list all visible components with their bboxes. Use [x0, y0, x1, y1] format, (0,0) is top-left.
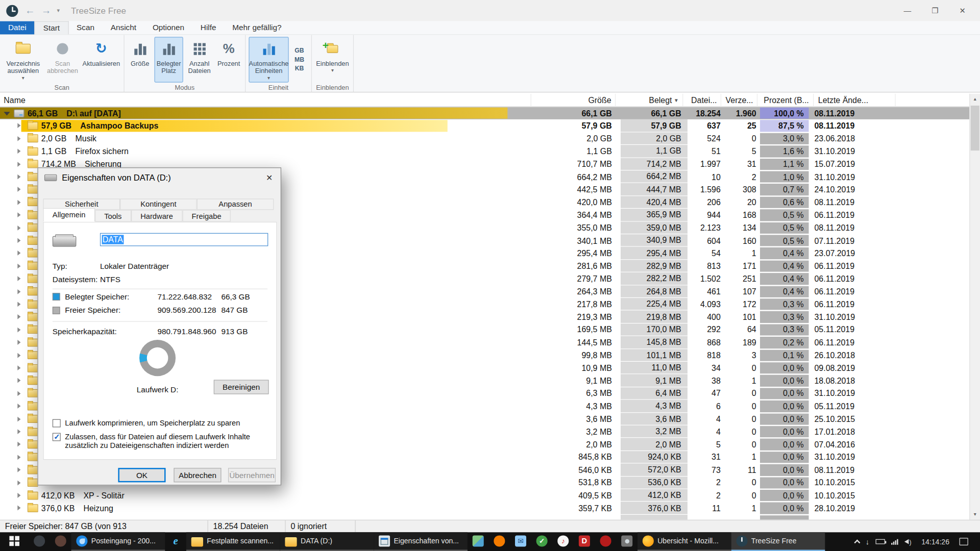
compress-checkbox-label[interactable]: Laufwerk komprimieren, um Speicherplatz … — [65, 419, 271, 428]
ribbon-button-belegter-platz[interactable]: Belegter Platz — [154, 37, 183, 82]
volume-icon[interactable]: ) — [904, 538, 912, 545]
taskbar-button-pinned-app-2[interactable] — [50, 532, 71, 551]
expander-icon[interactable] — [4, 112, 10, 115]
ribbon-button-prozent[interactable]: %Prozent — [215, 37, 241, 82]
back-arrow-icon[interactable]: ← — [25, 6, 35, 16]
table-row[interactable]: 66,1 GBD:\ auf [DATA]66,1 GB66,1 GB18.25… — [0, 107, 969, 119]
expander-icon[interactable] — [17, 251, 20, 256]
menu-tab-datei[interactable]: Datei — [0, 21, 35, 35]
scroll-up-icon[interactable]: ▲ — [970, 94, 980, 105]
expander-icon[interactable] — [17, 213, 20, 218]
menu-tab-scan[interactable]: Scan — [68, 21, 103, 35]
ok-button[interactable]: OK — [118, 468, 165, 482]
expander-icon[interactable] — [17, 238, 20, 243]
taskbar-button-start[interactable] — [0, 532, 29, 551]
expander-icon[interactable] — [17, 162, 20, 167]
column-header-name[interactable]: Name — [0, 94, 531, 106]
taskbar-button-explorer-data-d[interactable]: DATA (D:) — [280, 532, 374, 551]
ribbon-button-einblenden[interactable]: +Einblenden▾ — [315, 37, 350, 82]
column-header-letzte-ände[interactable]: Letzte Ände... — [815, 94, 896, 106]
expander-icon[interactable] — [17, 378, 20, 383]
dialog-title-bar[interactable]: Eigenschaften von DATA (D:) — [38, 168, 281, 187]
vertical-scrollbar[interactable]: ▲ ▼ — [969, 94, 980, 520]
cancel-button[interactable]: Abbrechen — [174, 468, 221, 482]
expander-icon[interactable] — [17, 276, 20, 281]
column-header-größe[interactable]: Größe — [531, 94, 616, 106]
minimize-button[interactable]: — — [894, 2, 921, 19]
column-header-belegt[interactable]: Belegt▼ — [621, 94, 683, 106]
volume-label-input[interactable]: DATA — [100, 233, 268, 246]
expander-icon[interactable] — [17, 455, 20, 460]
taskbar-button-antivirus-app[interactable] — [531, 532, 553, 551]
menu-tab-ansicht[interactable]: Ansicht — [103, 21, 144, 35]
dialog-tab-hardware[interactable]: Hardware — [131, 210, 182, 221]
expander-icon[interactable] — [17, 187, 20, 192]
network-icon[interactable] — [891, 539, 898, 544]
expander-icon[interactable] — [17, 123, 20, 129]
unit-button-kb[interactable]: KB — [292, 64, 307, 73]
table-row[interactable]: 412,0 KBXP - Solitär409,5 KB412,0 KB200,… — [0, 489, 969, 502]
table-row[interactable]: 57,9 GBAshampoo Backups57,9 GB57,9 GB637… — [0, 119, 969, 132]
expander-icon[interactable] — [17, 391, 20, 396]
column-header-verze[interactable]: Verze... — [724, 94, 757, 106]
taskbar-clock[interactable]: 14:14:26 — [918, 538, 953, 545]
quick-access-caret-icon[interactable]: ▾ — [57, 8, 60, 14]
tray-download-icon[interactable]: ↓ — [866, 537, 869, 546]
table-row[interactable]: 2,0 GBMusik2,0 GB2,0 GB52403,0 %23.06.20… — [0, 132, 969, 145]
expander-icon[interactable] — [17, 327, 20, 332]
ribbon-button-aktualisieren[interactable]: ↻Aktualisieren — [82, 37, 120, 82]
menu-tab-start[interactable]: Start — [35, 21, 69, 35]
taskbar-button-scan-window[interactable]: Festplatte scannen... — [186, 532, 280, 551]
expander-icon[interactable] — [17, 200, 20, 205]
notification-center-icon[interactable] — [960, 538, 968, 545]
cleanup-button[interactable]: Bereinigen — [214, 380, 269, 394]
expander-icon[interactable] — [17, 289, 20, 294]
dialog-tab-anpassen[interactable]: Anpassen — [197, 198, 274, 210]
taskbar-button-photos-app[interactable] — [489, 532, 510, 551]
dialog-tab-freigabe[interactable]: Freigabe — [182, 210, 231, 221]
ribbon-button-automatische-einheiten[interactable]: Automatische Einheiten▾ — [249, 37, 288, 82]
expander-icon[interactable] — [17, 480, 20, 485]
expander-icon[interactable] — [17, 314, 20, 319]
ribbon-button-anzahl-dateien[interactable]: Anzahl Dateien — [185, 37, 213, 82]
taskbar-button-media-app[interactable] — [552, 532, 574, 551]
expander-icon[interactable] — [17, 263, 20, 268]
taskbar-button-firefox-window[interactable]: Übersicht - Mozill... — [638, 532, 731, 551]
expander-icon[interactable] — [17, 302, 20, 307]
taskbar-button-treesize-window[interactable]: TreeSize Free — [731, 532, 825, 551]
expander-icon[interactable] — [17, 353, 20, 358]
taskbar-button-internet-explorer[interactable] — [165, 532, 186, 551]
column-header-prozent-b[interactable]: Prozent (B... — [760, 94, 814, 106]
compress-checkbox[interactable] — [53, 419, 61, 428]
taskbar-button-camera-app[interactable] — [616, 532, 638, 551]
expander-icon[interactable] — [17, 149, 20, 154]
expander-icon[interactable] — [17, 340, 20, 345]
maximize-button[interactable]: ❐ — [921, 2, 949, 19]
expander-icon[interactable] — [17, 404, 20, 409]
taskbar-button-mail-client[interactable]: Posteingang - 200... — [71, 532, 165, 551]
ribbon-button-scan-abbrechen[interactable]: Scan abbrechen — [45, 37, 80, 82]
dialog-close-button[interactable]: ✕ — [258, 168, 281, 187]
taskbar-button-d-app[interactable] — [574, 532, 595, 551]
scroll-down-icon[interactable]: ▼ — [970, 509, 980, 520]
scrollbar-thumb[interactable] — [971, 106, 979, 151]
expander-icon[interactable] — [17, 136, 20, 141]
dialog-tab-kontingent[interactable]: Kontingent — [120, 198, 197, 210]
ribbon-button-größe[interactable]: Größe — [128, 37, 153, 82]
dialog-tab-tools[interactable]: Tools — [95, 210, 131, 221]
table-row[interactable] — [0, 515, 969, 520]
ribbon-button-verzeichnis-auswählen[interactable]: Verzeichnis auswählen▾ — [3, 37, 43, 82]
apply-button[interactable]: Übernehmen — [228, 468, 276, 482]
taskbar-button-mail-app[interactable] — [510, 532, 531, 551]
battery-icon[interactable] — [875, 539, 885, 544]
close-button[interactable]: ✕ — [949, 2, 976, 19]
expander-icon[interactable] — [17, 174, 20, 180]
menu-tab-mehr-gefällig[interactable]: Mehr gefällig? — [224, 21, 289, 35]
expander-icon[interactable] — [17, 467, 20, 472]
index-checkbox-label[interactable]: Zulassen, dass für Dateien auf diesem La… — [65, 433, 275, 450]
expander-icon[interactable] — [17, 416, 20, 421]
unit-button-mb[interactable]: MB — [292, 56, 307, 64]
tray-chevron-up-icon[interactable] — [854, 539, 860, 545]
dialog-tab-allgemein[interactable]: Allgemein — [43, 208, 94, 222]
taskbar-button-properties-window[interactable]: Eigenschaften von... — [374, 532, 468, 551]
